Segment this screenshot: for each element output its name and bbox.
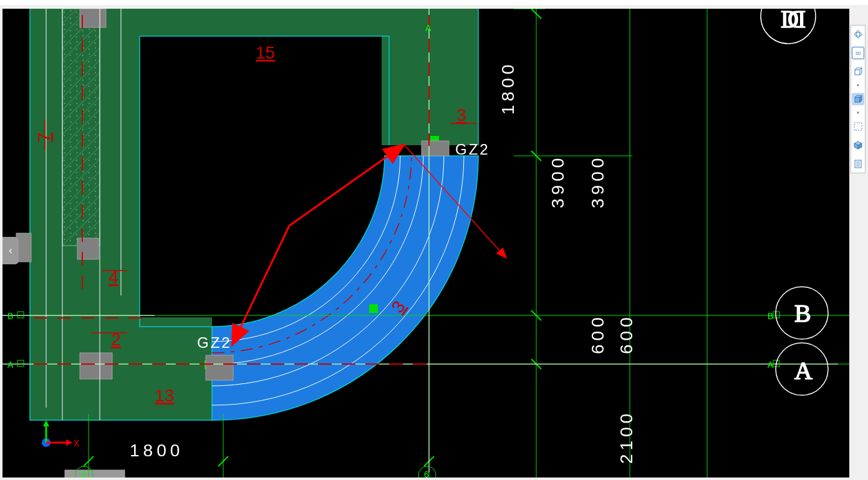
panel-expand-tab[interactable]: ‹: [2, 237, 19, 264]
svg-text:3: 3: [456, 105, 466, 125]
svg-text:A: A: [7, 360, 14, 370]
svg-rect-12: [369, 304, 378, 313]
svg-rect-14: [80, 9, 106, 27]
svg-rect-77: [17, 360, 24, 367]
sheet-list-icon[interactable]: [852, 158, 864, 170]
svg-text:B: B: [794, 299, 811, 327]
orbit-icon[interactable]: [852, 28, 864, 41]
svg-text:GZ2: GZ2: [455, 141, 490, 158]
view-toolbar: 3D ▼ ▼: [851, 25, 866, 173]
svg-text:GZ2: GZ2: [197, 334, 232, 351]
svg-rect-76: [17, 312, 24, 318]
svg-text:3900: 3900: [588, 155, 607, 208]
svg-text:3900: 3900: [548, 155, 567, 208]
svg-text:X: X: [74, 438, 80, 448]
view-3d-button[interactable]: 3D: [852, 47, 864, 59]
svg-rect-2: [140, 9, 389, 36]
svg-text:7: 7: [34, 132, 54, 142]
svg-rect-18: [422, 141, 449, 156]
grid-bubbles: D D B A: [761, 9, 828, 395]
box-fill-icon[interactable]: [852, 93, 864, 105]
svg-rect-107: [855, 97, 860, 102]
svg-point-99: [854, 32, 862, 36]
svg-rect-15: [77, 238, 99, 259]
svg-point-100: [856, 31, 860, 38]
svg-rect-10: [62, 9, 100, 246]
dropdown-arrow[interactable]: ▼: [856, 84, 860, 87]
ucs-icon[interactable]: X: [42, 420, 80, 448]
chevron-left-icon: ‹: [9, 245, 12, 256]
svg-text:600: 600: [588, 314, 607, 354]
svg-text:5: 5: [81, 469, 86, 478]
svg-text:1800: 1800: [498, 61, 518, 115]
svg-rect-101: [855, 70, 860, 75]
cad-canvas[interactable]: 1800 1800 3900 3900 600 600 2100 7 15 3 …: [2, 9, 849, 478]
svg-rect-20: [65, 470, 125, 478]
svg-text:6: 6: [424, 469, 429, 478]
svg-rect-16: [80, 353, 112, 379]
svg-text:600: 600: [617, 314, 636, 354]
svg-text:A: A: [768, 360, 774, 370]
selection-frame-icon[interactable]: [852, 120, 864, 133]
box-wire-icon[interactable]: [852, 65, 864, 78]
svg-marker-95: [43, 420, 49, 426]
svg-text:A: A: [425, 23, 432, 33]
svg-text:13: 13: [155, 386, 174, 405]
svg-text:B: B: [7, 311, 13, 321]
svg-text:D: D: [788, 9, 806, 33]
svg-rect-17: [206, 355, 233, 380]
svg-text:1800: 1800: [130, 441, 183, 460]
svg-text:A: A: [794, 357, 813, 385]
dropdown-arrow[interactable]: ▼: [856, 112, 860, 114]
svg-rect-110: [854, 123, 862, 130]
svg-text:B: B: [768, 311, 773, 321]
svg-text:2100: 2100: [617, 410, 636, 464]
iso-cube-icon[interactable]: [852, 139, 864, 151]
svg-text:15: 15: [256, 43, 275, 62]
wall-hatch: [62, 9, 100, 246]
svg-marker-97: [66, 439, 72, 446]
